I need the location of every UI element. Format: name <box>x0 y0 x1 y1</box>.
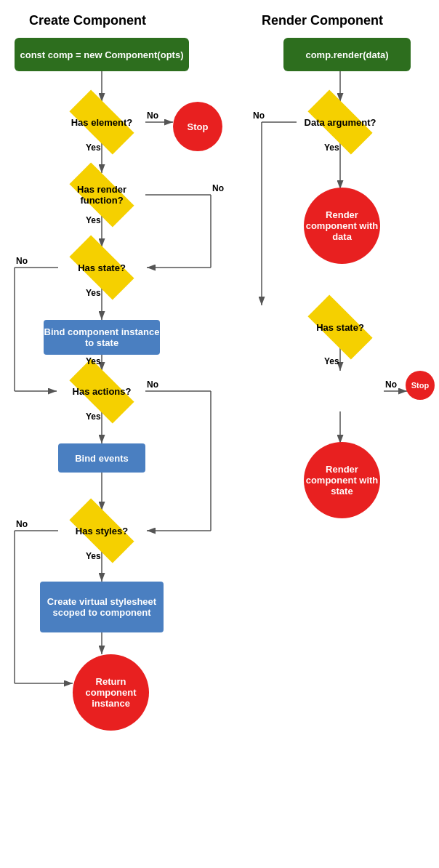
bind-state-node: Bind component instance to state <box>44 320 160 355</box>
label-yes-actions: Yes <box>86 411 101 422</box>
create-stylesheet-node: Create virtual stylesheet scoped to comp… <box>40 582 164 632</box>
render-start-node: comp.render(data) <box>283 38 411 71</box>
render-with-state-node: Render component with state <box>304 442 380 518</box>
header-render: Render Component <box>262 13 383 28</box>
has-state2-node: Has state? <box>297 305 384 349</box>
label-yes-state2: Yes <box>324 356 339 366</box>
label-no-styles: No <box>16 519 28 529</box>
data-argument-node: Data argument? <box>297 100 384 144</box>
label-yes-render: Yes <box>86 215 101 225</box>
has-styles-node: Has styles? <box>58 509 145 552</box>
bind-events-node: Bind events <box>58 443 145 473</box>
label-no-state2: No <box>385 379 397 390</box>
label-yes-styles: Yes <box>86 551 101 561</box>
label-no-render: No <box>212 183 224 193</box>
label-no-actions: No <box>147 379 158 390</box>
diagram-container: Create Component Render Component const … <box>0 0 439 868</box>
label-yes-state1: Yes <box>86 288 101 298</box>
label-yes-element: Yes <box>86 142 101 153</box>
header-create: Create Component <box>29 13 146 28</box>
label-no-data: No <box>253 110 265 121</box>
label-yes-bind: Yes <box>86 356 101 366</box>
label-yes-data: Yes <box>324 142 339 153</box>
label-no-state1: No <box>16 256 28 266</box>
stop2-node: Stop <box>406 371 435 400</box>
stop1-node: Stop <box>173 102 222 151</box>
render-with-data-node: Render component with data <box>304 188 380 264</box>
has-state1-node: Has state? <box>58 246 145 289</box>
has-render-node: Has render function? <box>58 173 145 217</box>
has-actions-node: Has actions? <box>58 369 145 413</box>
has-element-node: Has element? <box>58 100 145 144</box>
create-start-node: const comp = new Component(opts) <box>15 38 189 71</box>
label-no-element: No <box>147 110 158 121</box>
return-instance-node: Return component instance <box>73 654 149 731</box>
